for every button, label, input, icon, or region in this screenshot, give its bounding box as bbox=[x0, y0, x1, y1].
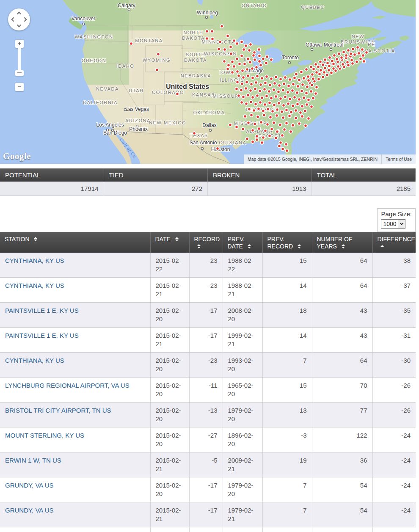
station-marker[interactable] bbox=[288, 114, 291, 118]
station-marker[interactable] bbox=[288, 97, 292, 101]
station-marker[interactable] bbox=[226, 67, 229, 71]
station-marker[interactable] bbox=[262, 136, 265, 139]
station-marker[interactable] bbox=[238, 62, 241, 66]
zoom-out-button[interactable]: − bbox=[15, 83, 24, 91]
station-marker[interactable] bbox=[235, 87, 238, 91]
station-marker[interactable] bbox=[359, 57, 362, 61]
station-marker[interactable] bbox=[337, 52, 341, 55]
station-marker[interactable] bbox=[293, 96, 296, 99]
station-marker[interactable] bbox=[244, 44, 248, 47]
station-marker[interactable] bbox=[273, 103, 276, 107]
station-marker[interactable] bbox=[282, 82, 286, 85]
station-marker[interactable] bbox=[279, 97, 282, 100]
station-marker[interactable] bbox=[257, 48, 261, 51]
station-marker[interactable] bbox=[255, 138, 259, 141]
station-marker[interactable] bbox=[280, 110, 284, 113]
station-link[interactable]: PAINTSVILLE 1 E, KY US bbox=[5, 332, 79, 339]
station-marker[interactable] bbox=[246, 57, 250, 61]
station-marker[interactable] bbox=[264, 129, 267, 132]
station-marker[interactable] bbox=[244, 87, 248, 90]
station-marker[interactable] bbox=[251, 96, 254, 99]
station-marker[interactable] bbox=[248, 61, 252, 64]
station-marker[interactable] bbox=[263, 103, 267, 106]
station-marker[interactable] bbox=[272, 121, 276, 124]
station-marker[interactable] bbox=[357, 52, 361, 55]
station-marker[interactable] bbox=[345, 54, 348, 57]
station-link[interactable]: CYNTHIANA, KY US bbox=[5, 257, 64, 264]
station-marker[interactable] bbox=[271, 110, 274, 113]
column-header-prev-record[interactable]: PREV. RECORD bbox=[262, 232, 312, 253]
station-marker[interactable] bbox=[256, 74, 259, 78]
station-link[interactable]: ERWIN 1 W, TN US bbox=[5, 457, 61, 464]
station-marker[interactable] bbox=[328, 56, 331, 59]
station-marker[interactable] bbox=[309, 90, 313, 93]
station-marker[interactable] bbox=[321, 63, 325, 66]
station-marker[interactable] bbox=[257, 107, 260, 110]
station-marker[interactable] bbox=[243, 62, 246, 66]
station-marker[interactable] bbox=[317, 65, 320, 69]
map-pan-control[interactable] bbox=[8, 8, 30, 30]
station-marker[interactable] bbox=[365, 51, 368, 54]
station-marker[interactable] bbox=[279, 141, 282, 144]
station-marker[interactable] bbox=[255, 66, 258, 69]
station-marker[interactable] bbox=[362, 60, 366, 63]
station-marker[interactable] bbox=[294, 109, 298, 112]
station-marker[interactable] bbox=[325, 73, 329, 77]
station-marker[interactable] bbox=[310, 105, 313, 108]
station-marker[interactable] bbox=[347, 49, 350, 52]
station-marker[interactable] bbox=[318, 72, 321, 76]
station-marker[interactable] bbox=[285, 149, 289, 152]
station-marker[interactable] bbox=[232, 65, 236, 68]
station-marker[interactable] bbox=[295, 91, 299, 94]
station-link[interactable]: CYNTHIANA, KY US bbox=[5, 282, 64, 289]
station-marker[interactable] bbox=[231, 71, 234, 74]
station-marker[interactable] bbox=[319, 60, 322, 63]
station-marker[interactable] bbox=[249, 89, 252, 92]
station-marker[interactable] bbox=[245, 137, 249, 141]
station-marker[interactable] bbox=[331, 59, 334, 63]
station-marker[interactable] bbox=[259, 121, 263, 124]
station-marker[interactable] bbox=[259, 101, 262, 104]
station-link[interactable]: LYNCHBURG REGIONAL AIRPORT, VA US bbox=[5, 382, 130, 389]
station-marker[interactable] bbox=[210, 30, 214, 33]
station-marker[interactable] bbox=[251, 140, 254, 143]
station-marker[interactable] bbox=[346, 61, 349, 64]
station-marker[interactable] bbox=[300, 115, 304, 118]
station-marker[interactable] bbox=[241, 69, 244, 72]
station-marker[interactable] bbox=[289, 130, 292, 133]
station-marker[interactable] bbox=[281, 134, 284, 137]
station-marker[interactable] bbox=[317, 77, 320, 81]
stations-map[interactable]: WASHINGTONMONTANANORTHDAKOTAMINNESOTASOU… bbox=[0, 0, 416, 164]
station-marker[interactable] bbox=[155, 68, 159, 72]
station-marker[interactable] bbox=[289, 110, 293, 114]
zoom-slider-track[interactable] bbox=[18, 47, 21, 71]
station-marker[interactable] bbox=[130, 42, 133, 45]
select-arrow-box[interactable] bbox=[398, 220, 405, 228]
station-marker[interactable] bbox=[251, 76, 254, 80]
station-marker[interactable] bbox=[323, 66, 327, 70]
station-marker[interactable] bbox=[284, 76, 287, 79]
station-marker[interactable] bbox=[235, 125, 238, 129]
station-marker[interactable] bbox=[274, 75, 278, 79]
zoom-in-button[interactable]: + bbox=[15, 40, 24, 48]
station-marker[interactable] bbox=[293, 76, 296, 80]
station-marker[interactable] bbox=[265, 75, 268, 78]
station-marker[interactable] bbox=[286, 91, 289, 94]
station-marker[interactable] bbox=[351, 47, 355, 51]
station-marker[interactable] bbox=[291, 124, 295, 127]
station-marker[interactable] bbox=[217, 47, 221, 51]
station-marker[interactable] bbox=[253, 58, 256, 61]
station-marker[interactable] bbox=[248, 49, 251, 52]
station-marker[interactable] bbox=[176, 92, 179, 96]
station-marker[interactable] bbox=[311, 96, 315, 100]
station-marker[interactable] bbox=[276, 130, 279, 133]
station-marker[interactable] bbox=[277, 90, 280, 94]
station-marker[interactable] bbox=[260, 141, 264, 144]
station-marker[interactable] bbox=[264, 81, 267, 85]
station-marker[interactable] bbox=[356, 46, 359, 49]
station-marker[interactable] bbox=[237, 94, 240, 97]
station-marker[interactable] bbox=[235, 42, 239, 45]
station-marker[interactable] bbox=[323, 58, 327, 61]
station-marker[interactable] bbox=[350, 58, 353, 62]
google-logo[interactable]: Google bbox=[3, 151, 31, 162]
